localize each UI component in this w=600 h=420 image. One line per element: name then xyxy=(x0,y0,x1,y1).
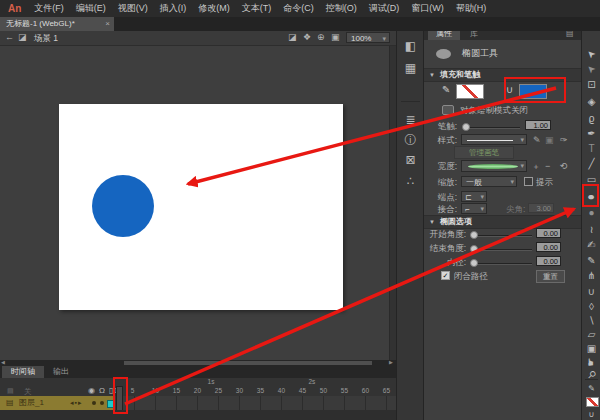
zoom-level-dropdown[interactable]: 100% ▾ xyxy=(346,32,390,43)
align-panel-icon[interactable]: ≣ xyxy=(397,113,424,127)
reset-button[interactable]: 重置 xyxy=(536,270,565,283)
pasteboard[interactable] xyxy=(0,45,396,360)
end-angle-slider[interactable] xyxy=(472,249,532,251)
menu-item-3[interactable]: 插入(I) xyxy=(154,3,193,13)
frame-tick-60[interactable]: 60 xyxy=(362,387,369,394)
stroke-slider-knob[interactable] xyxy=(462,123,470,131)
inner-radius-knob[interactable] xyxy=(470,259,478,267)
stage-canvas[interactable] xyxy=(59,104,343,310)
frame-tick-30[interactable]: 30 xyxy=(236,387,243,394)
menu-item-9[interactable]: 窗口(W) xyxy=(405,3,450,13)
oval-tool[interactable]: ● xyxy=(582,190,600,204)
scroll-right-icon[interactable]: ▶ xyxy=(389,359,393,365)
gradient-transform-tool[interactable]: ◈ xyxy=(582,95,600,109)
swatches-panel-icon[interactable]: ▦ xyxy=(397,61,424,75)
subselection-tool[interactable]: ➤ xyxy=(582,62,600,76)
text-tool[interactable]: T xyxy=(582,142,600,156)
frame-tick-40[interactable]: 40 xyxy=(278,387,285,394)
eraser-tool[interactable]: ▱ xyxy=(582,328,600,342)
paint-brush-tool[interactable]: ✍ xyxy=(582,238,600,252)
menu-item-10[interactable]: 帮助(H) xyxy=(450,3,493,13)
frame-tick-15[interactable]: 15 xyxy=(173,387,180,394)
inner-radius-slider[interactable] xyxy=(472,263,532,265)
free-transform-tool[interactable]: ⊡ xyxy=(582,78,600,92)
drawn-ellipse[interactable] xyxy=(92,175,154,237)
layer-name-cell[interactable]: ▤ 图层_1 ◂▪▸ xyxy=(0,396,114,410)
color-panel-icon[interactable]: ◧ xyxy=(397,39,424,53)
frame-grid[interactable] xyxy=(114,396,396,410)
motion-presets-panel-icon[interactable]: ∴ xyxy=(397,174,424,188)
pencil-tool[interactable]: ✎ xyxy=(582,254,600,268)
bone-tool[interactable]: ⋔ xyxy=(582,269,600,283)
clip-content-icon[interactable]: ▣ xyxy=(331,32,340,42)
tab-timeline[interactable]: 时间轴 xyxy=(2,366,44,378)
menu-item-7[interactable]: 控制(O) xyxy=(320,3,363,13)
frame-tick-50[interactable]: 50 xyxy=(320,387,327,394)
show-hide-all-layers-icon[interactable]: ◉ xyxy=(88,386,95,395)
frame-tick-65[interactable]: 65 xyxy=(383,387,390,394)
scroll-left-icon[interactable]: ◀ xyxy=(1,359,5,365)
start-angle-field[interactable]: 0.00 xyxy=(536,228,561,238)
hand-tool[interactable]: ☛ xyxy=(582,355,600,369)
fill-color-indicator-icon[interactable]: ∪ xyxy=(582,409,600,420)
back-arrow-icon[interactable]: ← xyxy=(5,32,14,42)
scale-dropdown[interactable]: 一般 ▾ xyxy=(461,176,517,187)
menu-item-2[interactable]: 视图(V) xyxy=(112,3,154,13)
reset-width-profile-icon[interactable]: ⟲ xyxy=(560,161,568,171)
edit-scene-icon[interactable]: ◪ xyxy=(288,32,297,42)
selection-tool[interactable]: ➤ xyxy=(582,47,600,61)
center-stage-icon[interactable]: ⊕ xyxy=(317,32,325,42)
layer-lock-dot[interactable] xyxy=(100,401,104,405)
stroke-style-dropdown[interactable]: ▾ xyxy=(461,134,527,145)
toolbar-stroke-color-swatch[interactable] xyxy=(586,397,599,407)
layer-outline-color-swatch[interactable] xyxy=(107,400,115,408)
lock-all-layers-icon[interactable]: Ω xyxy=(99,386,105,395)
start-angle-knob[interactable] xyxy=(470,231,478,239)
inner-radius-field[interactable]: 0.00 xyxy=(536,256,561,266)
vertical-scrollbar[interactable] xyxy=(389,45,396,360)
line-tool[interactable]: ╱ xyxy=(582,157,600,171)
frame-tick-5[interactable]: 5 xyxy=(131,387,135,394)
frame-tick-10[interactable]: 10 xyxy=(152,387,159,394)
pen-tool[interactable]: ✒ xyxy=(582,127,600,141)
frame-tick-20[interactable]: 20 xyxy=(194,387,201,394)
object-drawing-icon[interactable] xyxy=(442,105,454,115)
width-profile-dropdown[interactable]: ▾ xyxy=(461,160,527,172)
join-dropdown[interactable]: ⌐ ▾ xyxy=(461,203,487,214)
timeline-layer-row[interactable]: ▤ 图层_1 ◂▪▸ xyxy=(0,396,396,410)
tab-output[interactable]: 输出 xyxy=(46,366,76,378)
close-path-checkbox[interactable]: ✓ xyxy=(441,271,450,280)
lasso-tool[interactable]: ϱ xyxy=(582,112,600,126)
stroke-color-swatch[interactable] xyxy=(456,84,484,99)
manage-brushes-button[interactable]: 管理画笔 xyxy=(454,146,514,159)
stroke-size-field[interactable]: 1.00 xyxy=(525,120,551,130)
cap-dropdown[interactable]: ⊏ ▾ xyxy=(461,191,487,202)
document-tab[interactable]: 无标题-1 (WebGL)* × xyxy=(0,17,114,31)
remove-width-profile-icon[interactable]: − xyxy=(545,161,550,171)
oval-primitive-tool[interactable]: ● xyxy=(582,206,600,220)
menu-item-8[interactable]: 调试(D) xyxy=(363,3,406,13)
section-fill-stroke[interactable]: ▼ 填充和笔触 xyxy=(424,68,582,82)
eyedropper-tool[interactable]: ∖ xyxy=(582,314,600,328)
transform-panel-icon[interactable]: ⊠ xyxy=(397,153,424,167)
paint-bucket-tool[interactable]: ∪ xyxy=(582,285,600,299)
rectangle-tool[interactable]: ▭ xyxy=(582,173,600,187)
start-angle-slider[interactable] xyxy=(472,235,532,237)
scrollbar-thumb[interactable] xyxy=(124,361,372,365)
edit-symbol-icon[interactable]: ❖ xyxy=(303,32,311,42)
menu-item-6[interactable]: 命令(C) xyxy=(277,3,320,13)
stroke-slider[interactable] xyxy=(464,127,520,129)
frame-tick-55[interactable]: 55 xyxy=(341,387,348,394)
scene-label[interactable]: 场景 1 xyxy=(34,33,58,45)
brush-library-icon[interactable]: ✑ xyxy=(560,135,568,145)
playhead[interactable] xyxy=(116,386,123,412)
frame-tick-25[interactable]: 25 xyxy=(215,387,222,394)
frame-tick-35[interactable]: 35 xyxy=(257,387,264,394)
end-angle-knob[interactable] xyxy=(470,245,478,253)
frame-tick-45[interactable]: 45 xyxy=(299,387,306,394)
edit-stroke-style-icon[interactable]: ✎ xyxy=(533,135,541,145)
section-ellipse-options[interactable]: ▼ 椭圆选项 xyxy=(424,215,582,229)
end-angle-field[interactable]: 0.00 xyxy=(536,242,561,252)
info-panel-icon[interactable]: ⓘ xyxy=(397,132,424,149)
outline-all-layers-icon[interactable]: ▯ xyxy=(109,386,113,395)
